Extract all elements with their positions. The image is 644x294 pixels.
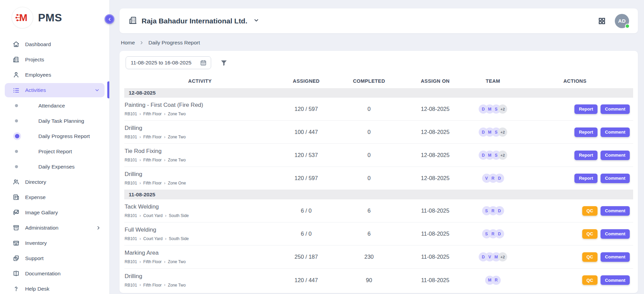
sidebar-item-activities[interactable]: Activities [5,83,105,97]
sidebar-item-help-desk[interactable]: Help Desk [0,281,109,294]
sidebar-item-employees[interactable]: Employees [0,67,109,82]
date-group-header: 12-08-2025 [124,88,633,98]
sidebar-item-expense[interactable]: Expense [0,190,109,205]
col-activity: ACTIVITY [124,78,276,84]
activity-location-path: RB101›Fifth Floor›Zone Two [125,158,276,162]
team-member-avatar: D [495,174,504,183]
comment-button[interactable]: Comment [601,174,630,183]
sidebar-collapse-button[interactable] [105,14,114,24]
table-header-row: ACTIVITY ASSIGNED COMPLETED ASSIGN ON TE… [124,74,633,88]
person-icon [12,71,20,79]
qc-button[interactable]: QC [582,275,598,285]
comment-button[interactable]: Comment [601,128,630,137]
sidebar-subitem-daily-progress-report[interactable]: Daily Progress Report [0,129,109,144]
team-extra-count[interactable]: +2 [498,104,507,114]
comment-button[interactable]: Comment [601,275,630,285]
archive-icon [12,224,20,232]
table-row: Drilling RB101›Fifth Floor›Zone Two 100 … [124,121,633,144]
path-segment: Fifth Floor [143,135,162,139]
sidebar-item-documentation[interactable]: Documentation [0,266,109,281]
sidebar-item-directory[interactable]: Directory [0,174,109,190]
completed-value: 0 [337,129,401,135]
team-extra-count[interactable]: +2 [498,151,507,160]
path-chevron-icon: › [164,135,165,139]
breadcrumb-home[interactable]: Home [121,40,135,46]
sidebar-item-label: Documentation [25,271,60,277]
path-chevron-icon: › [164,181,165,185]
team-avatars[interactable]: MR [485,276,501,285]
sidebar-subitem-label: Daily Expenses [38,164,75,170]
col-actions: ACTIONS [517,78,633,84]
table-row: Tie Rod Fixing RB101›Fifth Floor›Zone Tw… [124,144,633,167]
sidebar-item-dashboard[interactable]: Dashboard [0,37,109,52]
qc-button[interactable]: QC [582,206,598,216]
sidebar-subitem-attendance[interactable]: Attendance [0,98,109,113]
team-avatars[interactable]: DVM+2 [479,252,507,261]
comment-button[interactable]: Comment [601,206,630,216]
report-button[interactable]: Report [574,174,597,183]
activity-location-path: RB101›Fifth Floor›Zone Two [125,135,276,139]
sidebar-item-support[interactable]: Support [0,251,109,266]
path-chevron-icon: › [164,282,165,287]
sidebar-item-label: Expense [25,194,45,200]
path-chevron-icon: › [164,158,165,162]
team-avatars[interactable]: VRD [482,174,504,183]
assign-on-date: 11-08-2025 [401,277,469,283]
activity-name: Tack Welding [125,203,276,210]
sidebar-item-administration[interactable]: Administration [0,220,109,235]
report-card: 11-08-2025 to 16-08-2025 ACTIVITY ASSIGN… [119,51,638,293]
qc-button[interactable]: QC [582,252,598,262]
sidebar-subitem-label: Project Report [38,149,72,155]
path-chevron-icon: › [140,213,141,218]
app-name: PMS [38,12,62,24]
path-segment: Zone Two [168,283,185,288]
path-chevron-icon: › [140,259,141,264]
team-avatars[interactable]: DMS+2 [479,128,507,137]
row-actions: QCComment [517,206,633,216]
book-icon [12,270,20,277]
chevron-down-icon [253,17,259,25]
sidebar-item-projects[interactable]: Projects [0,52,109,67]
date-range-input[interactable]: 11-08-2025 to 16-08-2025 [126,56,211,69]
apps-grid-icon[interactable] [598,17,606,25]
comment-button[interactable]: Comment [601,104,630,114]
path-chevron-icon: › [140,158,141,162]
qc-button[interactable]: QC [582,229,598,239]
col-team: TEAM [469,78,517,84]
sidebar-subitem-daily-expenses[interactable]: Daily Expenses [0,159,109,174]
top-header-bar: Raja Bahadur International Ltd. AD [119,8,638,33]
filter-funnel-icon[interactable] [220,59,228,67]
team-extra-count[interactable]: +2 [498,128,507,137]
path-segment: South Side [169,213,189,218]
sidebar-item-image-gallary[interactable]: Image Gallary [0,205,109,220]
report-button[interactable]: Report [574,104,597,114]
team-avatars[interactable]: DMS+2 [479,104,507,114]
path-chevron-icon: › [140,181,141,185]
comment-button[interactable]: Comment [601,151,630,160]
report-button[interactable]: Report [574,128,597,137]
user-avatar[interactable]: AD [615,14,629,28]
team-avatars[interactable]: DMS+2 [479,151,507,160]
report-button[interactable]: Report [574,151,597,160]
list-icon [12,86,20,94]
app-logo[interactable]: M PMS [0,0,109,33]
company-selector[interactable]: Raja Bahadur International Ltd. [128,16,259,26]
team-avatars[interactable]: SRD [482,229,504,238]
completed-value: 90 [337,277,401,283]
path-chevron-icon: › [140,236,141,241]
path-segment: RB101 [125,213,137,218]
calendar-icon [200,59,207,66]
path-segment: RB101 [125,181,137,185]
sidebar-subitem-project-report[interactable]: Project Report [0,144,109,159]
comment-button[interactable]: Comment [601,229,630,239]
comment-button[interactable]: Comment [601,252,630,262]
sidebar-item-inventory[interactable]: Inventory [0,235,109,251]
team-extra-count[interactable]: +2 [498,252,507,261]
path-segment: Court Yard [143,236,163,241]
team-avatars[interactable]: SRD [482,206,504,215]
path-segment: Fifth Floor [143,259,162,264]
sidebar-subitem-label: Attendance [38,103,65,109]
assign-on-date: 11-08-2025 [401,208,469,214]
col-assigned: ASSIGNED [276,78,337,84]
sidebar-subitem-daily-task-planning[interactable]: Daily Task Planning [0,113,109,129]
